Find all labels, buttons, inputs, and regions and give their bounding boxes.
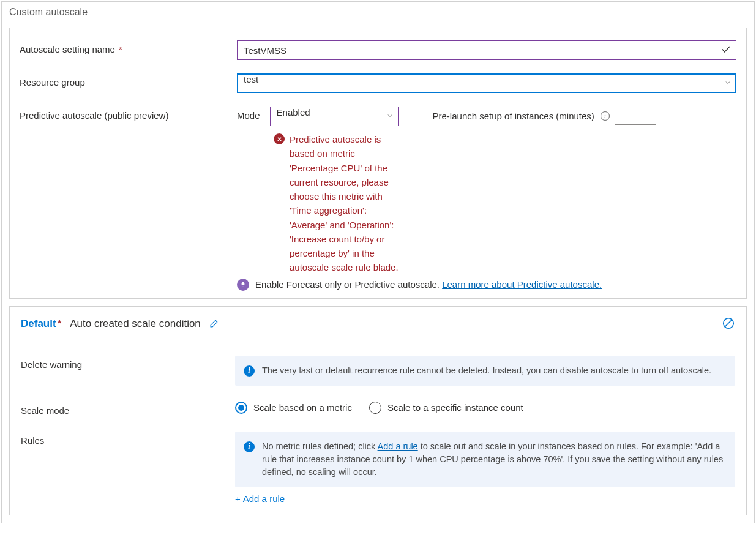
panel-title: Custom autoscale [2,2,754,20]
delete-condition-disabled-icon [722,317,735,332]
info-icon [244,441,255,452]
predictive-mode-select[interactable]: Enabled [270,107,399,126]
delete-warning-banner: The very last or default recurrence rule… [235,356,735,386]
scale-condition-header: Default* Auto created scale condition [10,307,746,342]
resource-group-label: Resource group [20,73,237,88]
no-rules-info-banner: No metric rules defined; click Add a rul… [235,432,735,487]
autoscale-name-label: Autoscale setting name * [20,40,237,54]
scale-mode-radio-group: Scale based on a metric Scale to a speci… [235,402,735,414]
autoscale-name-input[interactable] [237,40,736,60]
prelaunch-minutes-input[interactable] [615,107,656,125]
add-a-rule-inline-link[interactable]: Add a rule [378,441,418,451]
scale-condition-name: Auto created scale condition [70,318,201,330]
predictive-error-message: Predictive autoscale is based on metric … [274,132,402,275]
plus-icon: + [235,493,241,504]
edit-condition-name-button[interactable] [209,318,220,330]
scale-mode-count-radio[interactable]: Scale to a specific instance count [369,402,523,414]
custom-autoscale-panel: Custom autoscale Autoscale setting name … [1,1,755,523]
resource-group-select[interactable]: test [237,73,736,93]
info-icon[interactable] [601,111,610,121]
scale-mode-metric-radio[interactable]: Scale based on a metric [235,402,352,414]
scale-condition-panel: Default* Auto created scale condition De… [9,306,747,515]
svg-line-3 [725,320,732,326]
mode-label: Mode [237,107,260,121]
error-icon [274,133,285,144]
add-rule-button[interactable]: + Add a rule [235,493,735,504]
info-icon [244,365,255,377]
predictive-autoscale-label: Predictive autoscale (public preview) [20,107,237,121]
rules-label: Rules [21,432,235,446]
forecast-info-row: Enable Forecast only or Predictive autos… [20,279,736,291]
prelaunch-label: Pre-launch setup of instances (minutes) [433,111,594,121]
scale-mode-label: Scale mode [21,402,235,416]
default-condition-badge: Default* [21,318,61,330]
learn-more-predictive-link[interactable]: Learn more about Predictive autoscale. [442,279,602,290]
autoscale-settings-box: Autoscale setting name * Resource group [9,28,747,299]
rocket-icon [237,279,249,291]
delete-warning-label: Delete warning [21,356,235,370]
